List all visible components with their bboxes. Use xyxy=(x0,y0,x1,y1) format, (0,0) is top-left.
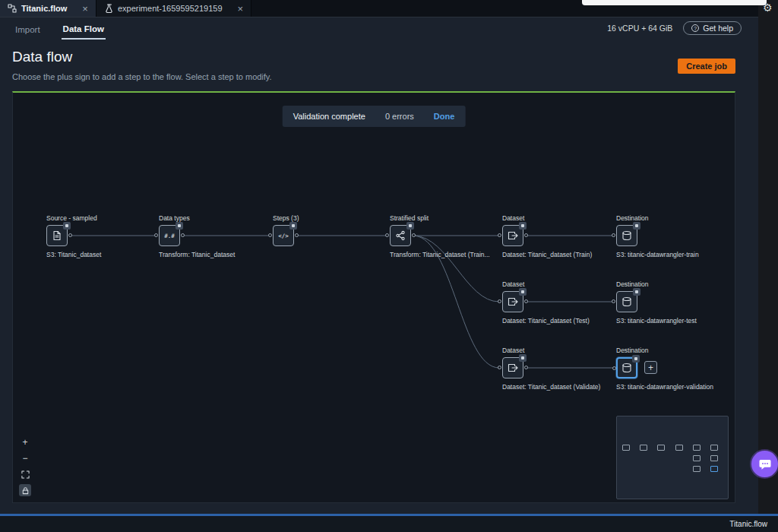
node-badge xyxy=(519,354,527,362)
overlay-pill xyxy=(582,0,767,5)
zoom-in-button[interactable]: + xyxy=(19,436,31,448)
node-box[interactable]: </> xyxy=(273,225,294,246)
node-badge xyxy=(289,222,297,230)
node-subtitle: S3: titanic-datawrangler-train xyxy=(616,251,699,258)
window-tab-titanic-flow[interactable]: Titanic.flow × xyxy=(0,0,96,17)
chat-bubble-icon xyxy=(758,458,772,471)
lock-icon xyxy=(21,486,30,495)
minimap-node xyxy=(693,466,701,472)
output-port xyxy=(412,233,416,237)
chat-assistant-button[interactable] xyxy=(751,451,778,477)
close-icon[interactable]: × xyxy=(238,3,244,14)
node-subtitle: S3: titanic-datawrangler-test xyxy=(616,317,697,325)
validation-done-button[interactable]: Done xyxy=(434,112,455,121)
node-title: Stratified split xyxy=(390,214,490,223)
minimap-node xyxy=(675,445,683,451)
resource-cluster: 16 vCPU + 64 GiB ? Get help xyxy=(607,21,742,35)
main-panel: Titanic.flow × experiment-1659595219159 … xyxy=(0,0,758,514)
flow-icon xyxy=(8,4,17,13)
validation-errors: 0 errors xyxy=(385,112,414,121)
flow-node-dataset-validate: Dataset Dataset: Titanic_dataset (Valida… xyxy=(502,347,600,391)
input-port xyxy=(154,233,158,237)
split-icon xyxy=(395,230,406,241)
get-help-button[interactable]: ? Get help xyxy=(683,21,742,35)
flow-canvas[interactable]: Validation complete 0 errors Done Source… xyxy=(12,91,735,503)
fit-view-button[interactable] xyxy=(19,468,31,480)
validation-banner: Validation complete 0 errors Done xyxy=(283,106,466,127)
flow-node-dataset-test: Dataset Dataset: Titanic_dataset (Test) xyxy=(502,280,590,325)
window-tab-experiment[interactable]: experiment-1659595219159 × xyxy=(96,0,251,17)
node-box[interactable]: #.# xyxy=(159,225,180,246)
minimap[interactable] xyxy=(616,416,729,499)
minimap-node xyxy=(640,445,647,451)
output-port xyxy=(524,299,528,303)
page-subtitle: Choose the plus sign to add a step to th… xyxy=(12,72,272,81)
node-subtitle: Transform: Titanic_dataset (Train... xyxy=(390,251,490,258)
output-port xyxy=(524,233,528,237)
page-title: Data flow xyxy=(12,49,72,65)
input-port xyxy=(498,299,501,303)
minimap-node xyxy=(693,455,701,461)
bucket-icon xyxy=(621,363,632,373)
experiment-icon xyxy=(104,4,113,13)
node-subtitle: Dataset: Titanic_dataset (Train) xyxy=(502,251,592,258)
minimap-node xyxy=(657,445,665,451)
node-title: Source - sampled xyxy=(46,214,101,223)
node-subtitle: Dataset: Titanic_dataset (Validate) xyxy=(502,383,600,391)
source-file-icon xyxy=(52,230,62,241)
input-port xyxy=(612,233,615,237)
tab-data-flow[interactable]: Data Flow xyxy=(62,18,106,40)
bucket-icon xyxy=(621,230,632,241)
minimap-node xyxy=(710,445,718,451)
status-bar: Titanic.flow xyxy=(0,516,778,532)
node-box[interactable] xyxy=(502,291,523,312)
node-badge xyxy=(633,222,640,230)
node-box[interactable] xyxy=(46,225,68,246)
node-box[interactable] xyxy=(616,225,637,246)
node-badge xyxy=(406,222,414,230)
flow-node-stratified-split: Stratified split Transform: Titanic_data… xyxy=(390,214,490,258)
fit-view-icon xyxy=(21,470,30,479)
output-port xyxy=(295,233,299,237)
close-icon[interactable]: × xyxy=(82,3,88,14)
data-types-icon: #.# xyxy=(164,233,175,239)
input-port xyxy=(498,366,501,369)
node-badge xyxy=(176,222,183,230)
add-step-button[interactable]: + xyxy=(644,361,657,374)
code-icon: </> xyxy=(278,233,289,239)
node-title: Destination xyxy=(616,214,699,223)
node-badge xyxy=(519,288,527,296)
dataset-icon xyxy=(508,363,518,373)
node-subtitle: Transform: Titanic_dataset xyxy=(159,251,235,258)
minimap-node-selected xyxy=(710,466,718,472)
flow-node-destination-validation: Destination S3: titanic-datawrangler-val… xyxy=(616,347,713,391)
node-title: Dataset xyxy=(502,280,590,290)
node-badge xyxy=(632,355,640,363)
dataset-icon xyxy=(508,296,518,307)
flow-node-steps: Steps (3) </> xyxy=(273,214,299,251)
node-subtitle: Dataset: Titanic_dataset (Test) xyxy=(502,317,590,325)
node-subtitle: S3: Titanic_dataset xyxy=(46,251,101,258)
minimap-node xyxy=(622,445,630,451)
input-port xyxy=(268,233,272,237)
get-help-label: Get help xyxy=(703,24,733,33)
minimap-node xyxy=(693,445,701,451)
node-box[interactable] xyxy=(616,291,637,312)
zoom-out-button[interactable]: − xyxy=(19,452,31,464)
node-box[interactable] xyxy=(502,357,523,378)
node-box[interactable] xyxy=(390,225,411,246)
node-title: Destination xyxy=(616,280,697,290)
settings-gear-icon[interactable]: ⚙ xyxy=(763,2,773,14)
right-edge-strip xyxy=(758,0,778,514)
flow-node-data-types: Data types #.# Transform: Titanic_datase… xyxy=(159,214,235,258)
node-title: Dataset xyxy=(502,347,600,356)
input-port xyxy=(612,299,615,303)
node-badge xyxy=(519,222,527,230)
tab-import[interactable]: Import xyxy=(14,19,42,39)
node-box[interactable] xyxy=(502,225,523,246)
node-title: Dataset xyxy=(502,214,592,223)
create-job-button[interactable]: Create job xyxy=(678,59,735,74)
lock-canvas-button[interactable] xyxy=(19,484,31,496)
instance-resources: 16 vCPU + 64 GiB xyxy=(607,24,672,33)
node-box-selected[interactable] xyxy=(616,357,637,378)
